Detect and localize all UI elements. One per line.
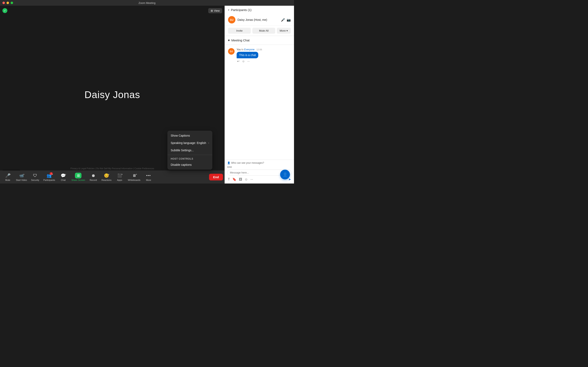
security-button[interactable]: 🛡 Security xyxy=(29,171,41,183)
close-button[interactable] xyxy=(2,2,5,4)
show-captions-item[interactable]: Show Captions xyxy=(167,132,212,139)
reactions-chevron[interactable]: ▲ xyxy=(108,173,110,175)
participants-section: ▾ Participants (1) DJ Daisy Jonas (Host,… xyxy=(225,6,294,36)
apps-button[interactable]: ⬛ ▲ Apps xyxy=(113,171,126,183)
chat-time: 12:06 xyxy=(256,48,262,51)
show-captions-label: Show Captions xyxy=(171,134,190,137)
more-dropdown-menu: Show Captions Speaking language: English… xyxy=(167,131,212,170)
record-button[interactable]: ⏺ Record xyxy=(87,171,99,183)
share-screen-button[interactable]: 🖥 ▲ Share Screen xyxy=(70,171,87,183)
apps-chevron[interactable]: ▲ xyxy=(121,173,123,175)
participants-collapse-icon[interactable]: ▾ xyxy=(228,8,229,11)
format-text-button[interactable]: T xyxy=(227,177,231,182)
chat-messages: DJ You to Everyone 12:06 This is a chat … xyxy=(225,45,294,160)
image-button[interactable]: 🖼 xyxy=(238,177,243,182)
participants-chevron[interactable]: ▲ xyxy=(52,173,53,175)
reactions-label: Reactions xyxy=(102,179,112,181)
disable-captions-item[interactable]: Disable captions xyxy=(167,161,212,168)
chat-message: DJ You to Everyone 12:06 This is a chat … xyxy=(228,48,291,63)
chat-collapse-icon[interactable]: ▾ xyxy=(228,38,230,42)
window-title: Zoom Meeting xyxy=(138,1,155,4)
video-label: Start Video xyxy=(16,179,27,181)
chat-chevron[interactable]: ▲ xyxy=(65,173,67,175)
view-button-label: View xyxy=(214,9,220,12)
reactions-icon: 😊 ▲ xyxy=(104,173,109,178)
participant-icons: 🎤 📷 xyxy=(281,18,291,22)
mute-chevron[interactable]: ▲ xyxy=(9,173,11,175)
mute-label: Mute xyxy=(5,179,10,181)
participants-button[interactable]: 👥 1 ▲ Participants xyxy=(42,171,57,183)
minimize-button[interactable] xyxy=(7,2,9,4)
support-button[interactable]: 👤 xyxy=(280,170,290,179)
participant-video-icon: 📷 xyxy=(287,18,291,22)
view-button[interactable]: ⊞ View xyxy=(208,8,222,13)
mute-button[interactable]: 🎤 ▲ Mute xyxy=(2,171,14,183)
share-screen-label: Share Screen xyxy=(71,179,85,181)
reactions-button[interactable]: 😊 ▲ Reactions xyxy=(100,171,113,183)
chat-meta: You to Everyone 12:06 xyxy=(237,48,291,51)
bookmark-button[interactable]: 🔖 xyxy=(232,177,237,182)
react-button[interactable]: ☺ xyxy=(242,59,245,63)
participant-info: Daisy Jonas (Host, me) xyxy=(237,18,279,22)
participant-row: DJ Daisy Jonas (Host, me) 🎤 📷 xyxy=(225,14,294,25)
support-icon: 👤 xyxy=(283,172,288,177)
speaking-language-arrow: › xyxy=(208,142,209,144)
title-bar: Zoom Meeting xyxy=(0,0,294,6)
speaking-language-item[interactable]: Speaking language: English › xyxy=(167,139,212,147)
video-icon: 📹 ▲ xyxy=(18,173,24,178)
chat-avatar: DJ xyxy=(228,48,234,55)
window-controls[interactable] xyxy=(2,2,13,4)
participant-info-name: Daisy Jonas (Host, me) xyxy=(237,18,267,21)
participants-more-button[interactable]: More ▾ xyxy=(277,28,291,34)
chat-sender: You xyxy=(237,48,241,51)
mute-icon: 🎤 ▲ xyxy=(5,173,11,178)
participant-controls: Invite Mute All More ▾ xyxy=(225,25,294,36)
send-to-indicator: ione xyxy=(227,166,292,168)
reply-button[interactable]: ↩ xyxy=(237,59,240,63)
mute-all-button[interactable]: Mute All xyxy=(252,28,275,34)
more-button[interactable]: ••• More xyxy=(143,171,155,183)
chat-button[interactable]: 💬 ▲ Chat xyxy=(57,171,69,183)
chat-label: Chat xyxy=(61,179,66,181)
chat-recipient: Everyone xyxy=(244,48,255,51)
video-area: ✓ ⊞ View Daisy Jonas Daisy Jonas Show Ca… xyxy=(0,6,225,184)
whiteboards-chevron[interactable]: ▲ xyxy=(136,173,138,175)
main-container: ✓ ⊞ View Daisy Jonas Daisy Jonas Show Ca… xyxy=(0,6,294,184)
end-button[interactable]: End xyxy=(209,174,223,180)
whiteboards-button[interactable]: 🖥 ▲ Whiteboards xyxy=(126,171,142,183)
send-to-label: ione xyxy=(227,166,232,168)
invite-button[interactable]: Invite xyxy=(228,28,251,34)
chat-title: Meeting Chat xyxy=(231,39,291,42)
security-indicator: ✓ xyxy=(2,8,7,13)
who-can-see-text: Who can see your messages? xyxy=(231,161,264,164)
chat-bubble: This is a chat xyxy=(237,52,258,58)
video-chevron[interactable]: ▲ xyxy=(23,173,25,175)
maximize-button[interactable] xyxy=(11,2,13,4)
whiteboards-icon: 🖥 ▲ xyxy=(131,173,137,178)
view-icon: ⊞ xyxy=(211,9,213,12)
participant-avatar: DJ xyxy=(228,16,235,24)
footer-links: Privacy & Legal Policies | Do Not Sell M… xyxy=(70,167,154,170)
chat-actions: ↩ ☺ ··· xyxy=(237,59,291,63)
who-can-see-icon: 👤 xyxy=(227,161,230,164)
share-chevron[interactable]: ▲ xyxy=(80,173,82,175)
disable-captions-label: Disable captions xyxy=(171,163,192,166)
toolbar: 🎤 ▲ Mute 📹 ▲ Start Video 🛡 Security xyxy=(0,170,225,184)
more-label: More xyxy=(146,179,151,181)
emoji-button[interactable]: ☺ xyxy=(244,177,249,182)
apps-icon: ⬛ ▲ xyxy=(117,173,122,178)
more-actions-button[interactable]: ··· xyxy=(247,59,250,63)
share-screen-icon: 🖥 ▲ xyxy=(75,173,81,178)
speaking-language-label: Speaking language: English xyxy=(171,141,206,145)
chat-header: ▾ Meeting Chat xyxy=(225,36,294,45)
chat-icon: 💬 ▲ xyxy=(61,173,66,178)
participants-header: ▾ Participants (1) xyxy=(225,6,294,14)
start-video-button[interactable]: 📹 ▲ Start Video xyxy=(14,171,29,183)
more-chat-button[interactable]: ··· xyxy=(250,177,254,182)
record-icon: ⏺ xyxy=(90,173,96,178)
subtitle-settings-item[interactable]: Subtitle Settings... xyxy=(167,147,212,154)
chat-content: You to Everyone 12:06 This is a chat ↩ ☺… xyxy=(237,48,291,63)
participant-display-name: Daisy Jonas xyxy=(85,89,140,100)
host-controls-label: Host controls xyxy=(167,156,212,161)
record-label: Record xyxy=(90,179,97,181)
